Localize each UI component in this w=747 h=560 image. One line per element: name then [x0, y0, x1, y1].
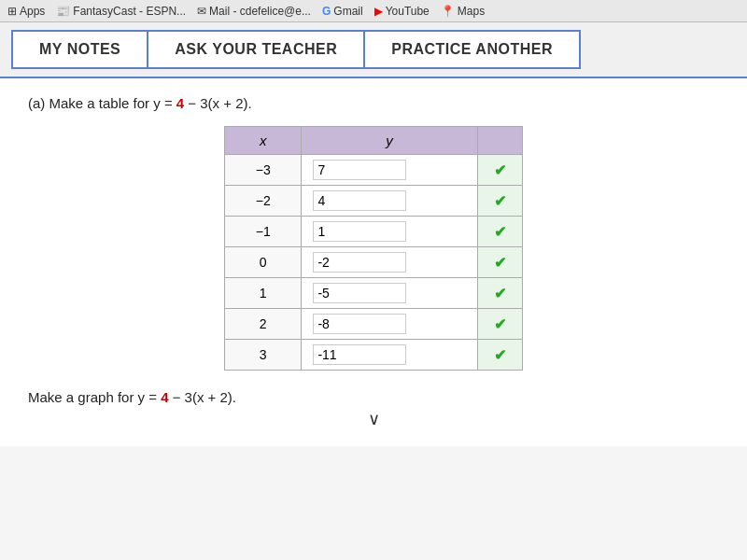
cell-y-input-5[interactable]: [302, 309, 477, 340]
table-row: 1 ✔: [225, 278, 523, 309]
cell-check-6: ✔: [477, 340, 522, 371]
graph-label: Make a graph for y = 4 − 3(x + 2).: [28, 389, 719, 405]
mail-icon: ✉: [197, 5, 206, 18]
arrow-down: ∨: [28, 409, 719, 429]
table-header-row: x y: [225, 127, 523, 155]
cell-y-input-0[interactable]: [302, 155, 477, 186]
cell-check-2: ✔: [477, 217, 522, 247]
ask-teacher-button[interactable]: ASK YOUR TEACHER: [147, 30, 363, 69]
table-row: 2 ✔: [225, 309, 523, 340]
cell-y-input-3[interactable]: [302, 247, 477, 278]
part-a-suffix: − 3(x + 2).: [184, 95, 252, 111]
cell-check-5: ✔: [477, 309, 522, 340]
cell-check-0: ✔: [477, 155, 522, 186]
cell-y-input-4[interactable]: [302, 278, 477, 309]
part-a-prefix: (a) Make a table for y =: [28, 95, 176, 111]
cell-check-1: ✔: [477, 186, 522, 217]
practice-another-button[interactable]: PRACTICE ANOTHER: [363, 30, 581, 69]
main-content: MY NOTES ASK YOUR TEACHER PRACTICE ANOTH…: [0, 22, 747, 560]
gmail-icon: G: [322, 5, 331, 18]
fantastycast-icon: 📰: [56, 5, 70, 18]
problem-part-a: (a) Make a table for y = 4 − 3(x + 2).: [28, 95, 719, 111]
apps-icon: ⊞: [7, 5, 17, 18]
maps-icon: 📍: [441, 5, 455, 18]
graph-highlight: 4: [161, 389, 168, 405]
cell-check-4: ✔: [477, 278, 522, 309]
browser-maps: 📍 Maps: [441, 5, 485, 18]
browser-fantastycast: 📰 FantasyCast - ESPN...: [56, 5, 186, 18]
toolbar: MY NOTES ASK YOUR TEACHER PRACTICE ANOTH…: [0, 22, 747, 78]
cell-x-3: 0: [225, 247, 302, 278]
table-row: −2 ✔: [225, 186, 523, 217]
cell-x-5: 2: [225, 309, 302, 340]
cell-x-0: −3: [225, 155, 302, 186]
cell-check-3: ✔: [477, 247, 522, 278]
graph-prefix: Make a graph for y =: [28, 389, 161, 405]
cell-x-4: 1: [225, 278, 302, 309]
cell-x-6: 3: [225, 340, 302, 371]
xy-table: x y −3 ✔ −2 ✔ −1 ✔ 0 ✔ 1: [224, 126, 523, 371]
content-area: (a) Make a table for y = 4 − 3(x + 2). x…: [0, 78, 747, 446]
header-x: x: [225, 127, 302, 155]
table-row: 0 ✔: [225, 247, 523, 278]
table-row: −3 ✔: [225, 155, 523, 186]
my-notes-button[interactable]: MY NOTES: [11, 30, 147, 69]
browser-youtube: ▶ YouTube: [374, 5, 430, 18]
table-row: 3 ✔: [225, 340, 523, 371]
cell-y-input-6[interactable]: [302, 340, 477, 371]
browser-gmail: G Gmail: [322, 5, 363, 18]
header-y: y: [302, 127, 477, 155]
graph-suffix: − 3(x + 2).: [169, 389, 237, 405]
browser-apps: ⊞ Apps: [7, 5, 45, 18]
cell-y-input-2[interactable]: [302, 217, 477, 247]
browser-mail: ✉ Mail - cdefelice@e...: [197, 5, 311, 18]
cell-x-1: −2: [225, 186, 302, 217]
cell-x-2: −1: [225, 217, 302, 247]
part-a-highlight: 4: [176, 95, 184, 111]
table-row: −1 ✔: [225, 217, 523, 247]
youtube-icon: ▶: [374, 5, 383, 18]
table-container: x y −3 ✔ −2 ✔ −1 ✔ 0 ✔ 1: [28, 126, 719, 371]
cell-y-input-1[interactable]: [302, 186, 477, 217]
browser-bar: ⊞ Apps 📰 FantasyCast - ESPN... ✉ Mail - …: [0, 0, 747, 22]
header-check: [477, 127, 522, 155]
